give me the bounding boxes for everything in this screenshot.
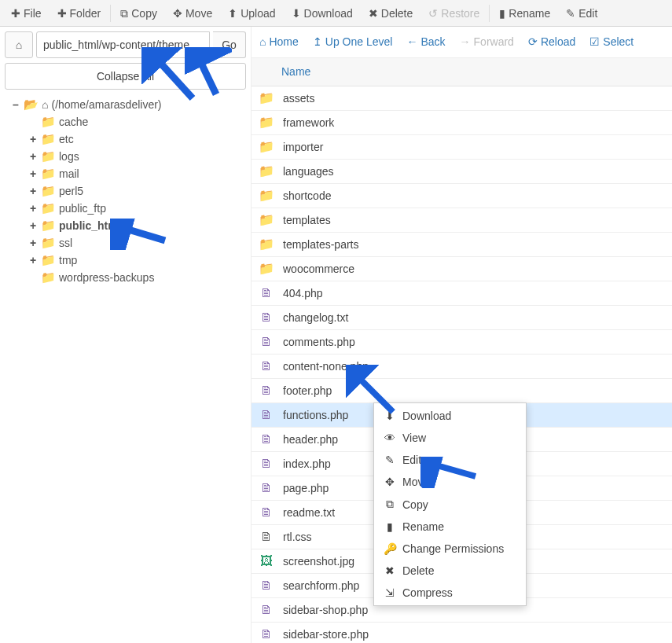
file-name: templates — [283, 214, 331, 226]
home-icon: ⌂ — [42, 96, 48, 113]
key-icon: 🔑 — [384, 542, 396, 555]
file-name: comments.php — [283, 336, 355, 348]
nav-forward-button[interactable]: →Forward — [460, 35, 514, 48]
nav-home-button[interactable]: ⌂Home — [259, 35, 299, 48]
file-name: rtl.css — [283, 531, 312, 543]
tree-item-ssl[interactable]: +📁ssl — [28, 234, 246, 252]
tree-item-public_html[interactable]: +📁public_html — [28, 217, 246, 234]
restore-button[interactable]: ↺Restore — [420, 0, 487, 27]
tree-item-tmp[interactable]: +📁tmp — [28, 252, 246, 269]
toggle-icon[interactable]: + — [28, 217, 38, 234]
nav-select-label: Select — [603, 35, 633, 48]
go-button[interactable]: Go — [213, 31, 246, 58]
file-row[interactable]: 🗎sidebar-store.php — [252, 623, 672, 643]
path-row: ⌂ Go — [5, 31, 246, 58]
tree-item-public_ftp[interactable]: +📁public_ftp — [28, 200, 246, 217]
tree-item-perl5[interactable]: +📁perl5 — [28, 182, 246, 200]
toggle-icon[interactable]: + — [28, 252, 38, 269]
file-name: content-none.php — [283, 360, 369, 373]
toggle-icon[interactable]: + — [28, 234, 38, 252]
file-row[interactable]: 📁importer — [252, 135, 672, 160]
file-row[interactable]: 📁templates — [252, 208, 672, 233]
ctx-copy[interactable]: ⧉Copy — [374, 493, 526, 516]
folder-icon: 📁 — [258, 212, 275, 227]
collapse-all-button[interactable]: Collapse All — [5, 63, 246, 90]
home-icon: ⌂ — [259, 35, 266, 48]
ctx-compress[interactable]: ⇲Compress — [374, 582, 526, 604]
file-name: sidebar-store.php — [283, 628, 369, 641]
restore-icon: ↺ — [428, 8, 438, 19]
file-icon: 🗎 — [258, 432, 275, 446]
ctx-delete[interactable]: ✖Delete — [374, 560, 526, 582]
tree-item-label: public_html — [59, 217, 121, 234]
eye-icon: 👁 — [384, 432, 396, 444]
file-name: searchform.php — [283, 579, 359, 592]
file-button[interactable]: ✚File — [3, 0, 50, 27]
nav-up-button[interactable]: ↥Up One Level — [313, 35, 393, 48]
file-row[interactable]: 📁templates-parts — [252, 233, 672, 257]
nav-back-button[interactable]: ←Back — [406, 35, 445, 48]
tree-item-logs[interactable]: +📁logs — [28, 148, 246, 165]
tree-item-mail[interactable]: +📁mail — [28, 165, 246, 182]
copy-button[interactable]: ⧉Copy — [112, 0, 165, 27]
file-row[interactable]: 🗎404.php — [252, 281, 672, 306]
ctx-permissions[interactable]: 🔑Change Permissions — [374, 538, 526, 560]
file-name: assets — [283, 92, 314, 105]
nav-select-button[interactable]: ☑Select — [589, 35, 633, 48]
ctx-view[interactable]: 👁View — [374, 427, 526, 449]
file-name: framework — [283, 116, 334, 129]
tree-item-cache[interactable]: 📁cache — [28, 113, 246, 130]
tree-item-label: ssl — [59, 234, 72, 252]
file-row[interactable]: 🗎comments.php — [252, 330, 672, 355]
folder-button[interactable]: ✚Folder — [50, 0, 109, 27]
file-row[interactable]: 📁assets — [252, 86, 672, 111]
file-name: page.php — [283, 482, 329, 494]
toggle-icon[interactable] — [28, 269, 38, 286]
upload-button[interactable]: ⬆Upload — [220, 0, 283, 27]
upload-icon: ⬆ — [228, 8, 237, 19]
ctx-edit[interactable]: ✎Edit — [374, 449, 526, 471]
file-row[interactable]: 📁framework — [252, 111, 672, 135]
file-row[interactable]: 📁shortcode — [252, 184, 672, 208]
nav-reload-button[interactable]: ⟳Reload — [528, 35, 575, 48]
ctx-move[interactable]: ✥Move — [374, 471, 526, 493]
move-button[interactable]: ✥Move — [165, 0, 220, 27]
name-column-header[interactable]: Name — [281, 65, 310, 78]
toggle-icon[interactable]: + — [28, 130, 38, 148]
folder-icon: 📁 — [41, 148, 56, 165]
file-row[interactable]: 📁woocommerce — [252, 257, 672, 281]
folder-icon: 📁 — [258, 237, 275, 252]
rename-button[interactable]: ▮Rename — [491, 0, 558, 27]
toggle-icon[interactable] — [28, 113, 38, 130]
edit-button[interactable]: ✎Edit — [558, 0, 605, 27]
download-button[interactable]: ⬇Download — [284, 0, 361, 27]
file-row[interactable]: 🗎changelog.txt — [252, 306, 672, 330]
reload-icon: ⟳ — [528, 35, 538, 48]
file-row[interactable]: 🗎footer.php — [252, 379, 672, 403]
ctx-rename[interactable]: ▮Rename — [374, 516, 526, 538]
toggle-icon[interactable]: + — [28, 148, 38, 165]
compress-icon: ⇲ — [384, 586, 396, 599]
ctx-permissions-label: Change Permissions — [402, 542, 504, 555]
toggle-icon[interactable]: + — [28, 200, 38, 217]
edit-button-label: Edit — [578, 7, 597, 20]
tree-item-wordpress-backups[interactable]: 📁wordpress-backups — [28, 269, 246, 286]
path-input[interactable] — [36, 31, 210, 58]
ctx-download[interactable]: ⬇Download — [374, 405, 526, 427]
file-row[interactable]: 🗎content-none.php — [252, 355, 672, 379]
plus-icon: ✚ — [11, 8, 20, 19]
toggle-icon[interactable]: – — [11, 96, 20, 113]
toggle-icon[interactable]: + — [28, 182, 38, 200]
delete-button[interactable]: ✖Delete — [361, 0, 420, 27]
tree-item-etc[interactable]: +📁etc — [28, 130, 246, 148]
folder-icon: 📁 — [258, 188, 275, 203]
file-row[interactable]: 📁languages — [252, 160, 672, 184]
separator — [489, 5, 490, 22]
toggle-icon[interactable]: + — [28, 165, 38, 182]
nav-back-label: Back — [420, 35, 445, 48]
home-path-button[interactable]: ⌂ — [5, 31, 33, 58]
copy-icon: ⧉ — [384, 498, 396, 511]
tree-item-label: etc — [59, 130, 74, 148]
tree-item-label: logs — [59, 148, 79, 165]
tree-root[interactable]: – 📂 ⌂ (/home/amarasdeliver) — [11, 96, 246, 113]
